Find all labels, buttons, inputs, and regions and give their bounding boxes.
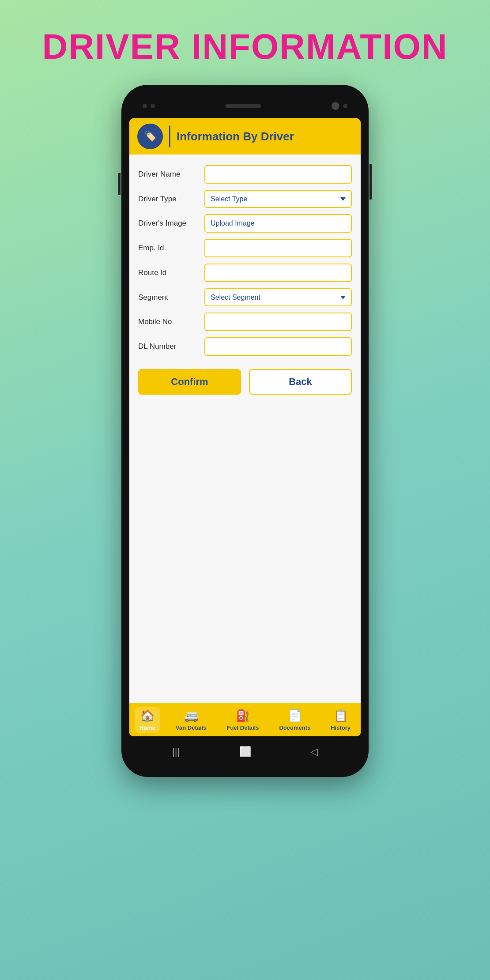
front-camera: [332, 102, 339, 110]
driver-type-row: Driver Type Select TypeFull TimePart Tim…: [138, 190, 352, 208]
driver-name-input[interactable]: [204, 165, 352, 184]
nav-documents[interactable]: 📄 Documents: [275, 707, 315, 733]
recent-gesture-btn[interactable]: ◁: [310, 746, 318, 758]
driver-name-label: Driver Name: [138, 170, 200, 179]
nav-documents-label: Documents: [279, 724, 310, 731]
nav-home-label: Home: [139, 724, 155, 731]
segment-select[interactable]: Select SegmentSegment ASegment BSegment …: [204, 288, 352, 306]
phone-bottom-bar: ||| ⬜ ◁: [129, 740, 361, 764]
upload-image-button[interactable]: Upload Image: [204, 214, 352, 233]
nav-fuel-details[interactable]: ⛽ Fuel Details: [222, 707, 263, 733]
driver-type-select[interactable]: Select TypeFull TimePart TimeContract: [204, 190, 352, 208]
logo-icon: 🏷️: [144, 131, 156, 142]
home-gesture-btn[interactable]: ⬜: [239, 746, 251, 758]
sensor: [343, 104, 347, 108]
driver-name-row: Driver Name: [138, 165, 352, 184]
route-id-label: Route Id: [138, 268, 200, 277]
emp-id-label: Emp. Id.: [138, 244, 200, 253]
dl-number-input[interactable]: [204, 337, 352, 356]
nav-history-label: History: [331, 724, 351, 731]
app-header: 🏷️ Information By Driver: [129, 118, 361, 155]
nav-van-details[interactable]: 🚐 Van Details: [171, 707, 211, 733]
history-icon: 📋: [334, 709, 348, 723]
dl-number-label: DL Number: [138, 342, 200, 351]
dl-number-row: DL Number: [138, 337, 352, 356]
button-row: Confirm Back: [138, 369, 352, 395]
nav-fuel-label: Fuel Details: [226, 724, 259, 731]
fuel-icon: ⛽: [236, 709, 250, 723]
segment-label: Segment: [138, 293, 200, 302]
side-btn-right: [369, 164, 372, 200]
camera-dots: [143, 104, 155, 108]
dot-2: [151, 104, 155, 108]
bottom-nav: 🏠 Home 🚐 Van Details ⛽ Fuel Details 📄 Do…: [129, 703, 361, 736]
driver-type-label: Driver Type: [138, 195, 200, 204]
drivers-image-row: Driver's Image Upload Image: [138, 214, 352, 233]
route-id-input[interactable]: [204, 264, 352, 282]
drivers-image-label: Driver's Image: [138, 219, 200, 228]
mobile-no-label: Mobile No: [138, 317, 200, 326]
confirm-button[interactable]: Confirm: [138, 369, 241, 395]
emp-id-row: Emp. Id.: [138, 239, 352, 257]
camera-dots-right: [332, 102, 347, 110]
back-button[interactable]: Back: [249, 369, 352, 395]
home-icon: 🏠: [140, 709, 155, 723]
dot-1: [143, 104, 147, 108]
speaker: [226, 104, 261, 108]
nav-van-label: Van Details: [176, 724, 206, 731]
phone-shell: 🏷️ Information By Driver Driver Name Dri…: [121, 85, 369, 777]
phone-top-bar: [129, 98, 361, 114]
documents-icon: 📄: [288, 709, 302, 723]
emp-id-input[interactable]: [204, 239, 352, 257]
form-area: Driver Name Driver Type Select TypeFull …: [129, 155, 361, 703]
back-gesture-btn[interactable]: |||: [172, 746, 180, 758]
page-title: DRIVER INFORMATION: [42, 26, 448, 67]
van-icon: 🚐: [184, 709, 198, 723]
mobile-no-input[interactable]: [204, 313, 352, 331]
nav-home[interactable]: 🏠 Home: [135, 707, 160, 733]
nav-history[interactable]: 📋 History: [326, 707, 355, 733]
segment-row: Segment Select SegmentSegment ASegment B…: [138, 288, 352, 306]
phone-screen: 🏷️ Information By Driver Driver Name Dri…: [129, 118, 361, 736]
route-id-row: Route Id: [138, 264, 352, 282]
app-logo: 🏷️: [137, 124, 163, 149]
header-divider: [169, 125, 170, 147]
side-btn-left: [118, 173, 121, 195]
app-header-title: Information By Driver: [177, 130, 294, 143]
mobile-no-row: Mobile No: [138, 313, 352, 331]
